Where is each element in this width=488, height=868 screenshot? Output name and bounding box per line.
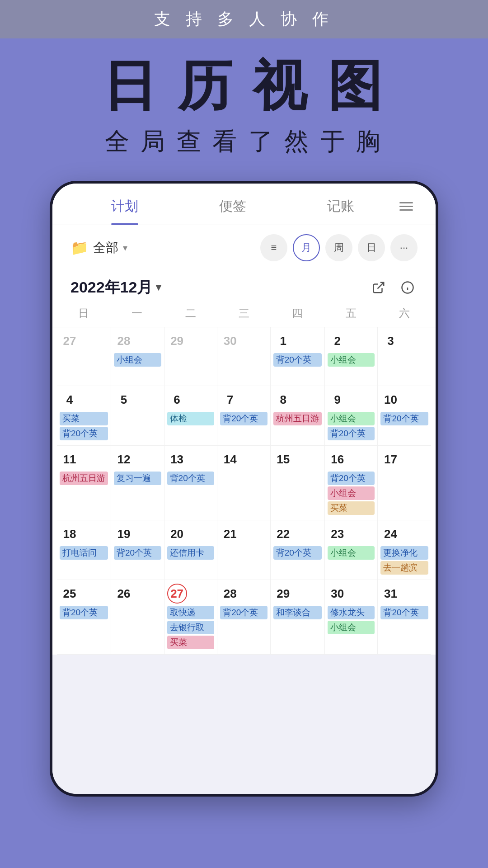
svg-line-0 bbox=[378, 283, 384, 289]
event-chip[interactable]: 小组会 bbox=[114, 353, 161, 367]
event-chip[interactable]: 复习一遍 bbox=[114, 472, 161, 485]
event-chip[interactable]: 体检 bbox=[167, 412, 215, 425]
event-chip[interactable]: 买菜 bbox=[167, 636, 215, 649]
calendar-cell[interactable]: 13背20个英 bbox=[164, 446, 218, 520]
event-chip[interactable]: 背20个英 bbox=[273, 546, 322, 560]
tab-notes[interactable]: 便签 bbox=[178, 197, 286, 225]
share-button[interactable] bbox=[369, 278, 389, 297]
calendar-cell[interactable]: 10背20个英 bbox=[378, 386, 431, 446]
day-header-sat: 六 bbox=[378, 302, 431, 327]
calendar-cell[interactable]: 1背20个英 bbox=[271, 327, 325, 386]
event-chip[interactable]: 打电话问 bbox=[60, 546, 108, 560]
event-chip[interactable]: 小组会 bbox=[328, 486, 375, 500]
calendar-cell[interactable]: 31背20个英 bbox=[378, 580, 431, 655]
folder-filter-button[interactable]: 📁 全部 ▾ bbox=[70, 239, 127, 256]
calendar-cell[interactable]: 30修水龙头小组会 bbox=[325, 580, 378, 655]
list-view-button[interactable]: ≡ bbox=[260, 234, 287, 261]
calendar-cell[interactable]: 20还信用卡 bbox=[164, 520, 218, 580]
calendar-cell[interactable]: 4买菜背20个英 bbox=[57, 386, 111, 446]
day-header-tue: 二 bbox=[164, 302, 217, 327]
event-chip[interactable]: 背20个英 bbox=[380, 412, 428, 425]
folder-icon: 📁 bbox=[70, 239, 89, 256]
event-chip[interactable]: 小组会 bbox=[328, 546, 375, 560]
calendar-cell[interactable]: 25背20个英 bbox=[57, 580, 111, 655]
event-chip[interactable]: 还信用卡 bbox=[167, 546, 215, 560]
event-chip[interactable]: 买菜 bbox=[328, 501, 375, 515]
week-view-button[interactable]: 周 bbox=[325, 234, 352, 261]
event-chip[interactable]: 去一趟滨 bbox=[380, 561, 428, 575]
hero-section: 日 历 视 图 全 局 查 看 了 然 于 胸 bbox=[0, 38, 488, 172]
event-chip[interactable]: 背20个英 bbox=[167, 472, 215, 485]
dropdown-arrow-icon: ▾ bbox=[123, 242, 127, 253]
more-view-button[interactable]: ··· bbox=[390, 234, 418, 261]
day-header-sun: 日 bbox=[57, 302, 110, 327]
calendar-cell[interactable]: 6体检 bbox=[164, 386, 218, 446]
event-chip[interactable]: 杭州五日游 bbox=[273, 412, 322, 425]
calendar-cell[interactable]: 28小组会 bbox=[111, 327, 164, 386]
app-content: 计划 便签 记账 📁 全部 ▾ ≡ 月 周 bbox=[52, 184, 436, 794]
month-dropdown-icon: ▾ bbox=[156, 282, 161, 293]
calendar-cell[interactable]: 29 bbox=[164, 327, 218, 386]
day-header-thu: 四 bbox=[271, 302, 324, 327]
calendar-grid: 2728小组会29301背20个英2小组会34买菜背20个英56体检7背20个英… bbox=[52, 327, 436, 655]
calendar-cell[interactable]: 18打电话问 bbox=[57, 520, 111, 580]
event-chip[interactable]: 小组会 bbox=[328, 412, 375, 425]
hero-title: 日 历 视 图 bbox=[9, 57, 479, 116]
event-chip[interactable]: 背20个英 bbox=[328, 472, 375, 485]
menu-line-3 bbox=[399, 209, 413, 211]
calendar-cell[interactable]: 23小组会 bbox=[325, 520, 378, 580]
folder-label: 全部 bbox=[93, 239, 118, 256]
event-chip[interactable]: 背20个英 bbox=[328, 427, 375, 440]
event-chip[interactable]: 背20个英 bbox=[273, 353, 322, 367]
event-chip[interactable]: 去银行取 bbox=[167, 621, 215, 634]
banner-text: 支 持 多 人 协 作 bbox=[154, 9, 334, 28]
event-chip[interactable]: 和李谈合 bbox=[273, 606, 322, 619]
event-chip[interactable]: 背20个英 bbox=[60, 427, 108, 440]
calendar-cell[interactable]: 7背20个英 bbox=[217, 386, 271, 446]
calendar-cell[interactable]: 9小组会背20个英 bbox=[325, 386, 378, 446]
calendar-cell[interactable]: 24更换净化去一趟滨 bbox=[378, 520, 431, 580]
calendar-cell[interactable]: 30 bbox=[217, 327, 271, 386]
calendar-cell[interactable]: 27取快递去银行取买菜 bbox=[164, 580, 218, 655]
event-chip[interactable]: 背20个英 bbox=[220, 412, 267, 425]
calendar-cell[interactable]: 15 bbox=[271, 446, 325, 520]
event-chip[interactable]: 取快递 bbox=[167, 606, 215, 619]
event-chip[interactable]: 背20个英 bbox=[60, 606, 108, 619]
info-button[interactable] bbox=[398, 278, 418, 297]
event-chip[interactable]: 背20个英 bbox=[380, 606, 428, 619]
menu-button[interactable] bbox=[395, 202, 418, 220]
toolbar: 📁 全部 ▾ ≡ 月 周 日 ··· bbox=[52, 225, 436, 270]
calendar-cell[interactable]: 3 bbox=[378, 327, 431, 386]
month-title[interactable]: 2022年12月 ▾ bbox=[70, 277, 161, 298]
menu-line-2 bbox=[399, 206, 413, 207]
calendar-cell[interactable]: 5 bbox=[111, 386, 164, 446]
event-chip[interactable]: 背20个英 bbox=[114, 546, 161, 560]
menu-line-1 bbox=[399, 202, 413, 203]
calendar-cell[interactable]: 8杭州五日游 bbox=[271, 386, 325, 446]
event-chip[interactable]: 更换净化 bbox=[380, 546, 428, 560]
calendar-cell[interactable]: 21 bbox=[217, 520, 271, 580]
calendar-cell[interactable]: 12复习一遍 bbox=[111, 446, 164, 520]
tab-accounting[interactable]: 记账 bbox=[287, 197, 395, 225]
event-chip[interactable]: 小组会 bbox=[328, 621, 375, 634]
calendar-cell[interactable]: 22背20个英 bbox=[271, 520, 325, 580]
calendar-cell[interactable]: 28背20个英 bbox=[217, 580, 271, 655]
calendar-cell[interactable]: 11杭州五日游 bbox=[57, 446, 111, 520]
calendar-cell[interactable]: 17 bbox=[378, 446, 431, 520]
calendar-cell[interactable]: 26 bbox=[111, 580, 164, 655]
calendar-cell[interactable]: 14 bbox=[217, 446, 271, 520]
calendar-cell[interactable]: 27 bbox=[57, 327, 111, 386]
view-controls: ≡ 月 周 日 ··· bbox=[260, 234, 418, 261]
tab-plans[interactable]: 计划 bbox=[70, 197, 178, 225]
calendar-cell[interactable]: 2小组会 bbox=[325, 327, 378, 386]
month-view-button[interactable]: 月 bbox=[293, 234, 320, 261]
event-chip[interactable]: 买菜 bbox=[60, 412, 108, 425]
calendar-cell[interactable]: 16背20个英小组会买菜 bbox=[325, 446, 378, 520]
calendar-cell[interactable]: 29和李谈合 bbox=[271, 580, 325, 655]
day-view-button[interactable]: 日 bbox=[358, 234, 385, 261]
event-chip[interactable]: 小组会 bbox=[328, 353, 375, 367]
calendar-cell[interactable]: 19背20个英 bbox=[111, 520, 164, 580]
event-chip[interactable]: 杭州五日游 bbox=[60, 472, 108, 485]
event-chip[interactable]: 背20个英 bbox=[220, 606, 267, 619]
event-chip[interactable]: 修水龙头 bbox=[328, 606, 375, 619]
